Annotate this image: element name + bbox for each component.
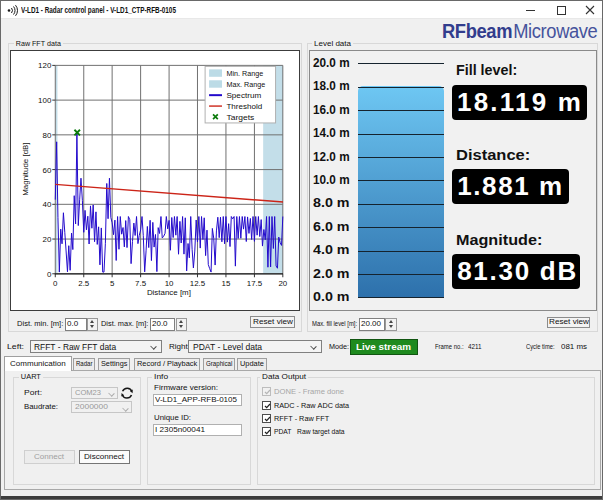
svg-text:Spectrum: Spectrum <box>226 91 261 100</box>
svg-text:100: 100 <box>38 96 52 105</box>
svg-text:Max. Range: Max. Range <box>226 80 265 89</box>
svg-text:7.5: 7.5 <box>135 279 147 288</box>
svg-text:15: 15 <box>222 279 231 288</box>
svg-text:10: 10 <box>165 279 174 288</box>
svg-text:20: 20 <box>42 235 51 244</box>
svg-text:60: 60 <box>42 166 51 175</box>
svg-text:20: 20 <box>278 279 287 288</box>
svg-text:Distance [m]: Distance [m] <box>147 288 191 297</box>
svg-text:Magnitude [dB]: Magnitude [dB] <box>21 142 30 195</box>
svg-text:0: 0 <box>47 270 52 279</box>
svg-text:Min. Range: Min. Range <box>226 69 263 78</box>
svg-text:80: 80 <box>42 131 51 140</box>
svg-text:Targets: Targets <box>226 113 254 122</box>
svg-text:120: 120 <box>38 61 52 70</box>
svg-text:5: 5 <box>110 279 115 288</box>
svg-text:12.5: 12.5 <box>190 279 206 288</box>
svg-text:Threshold: Threshold <box>226 102 262 111</box>
svg-text:40: 40 <box>42 200 51 209</box>
svg-text:17.5: 17.5 <box>247 279 263 288</box>
svg-text:2.5: 2.5 <box>78 279 90 288</box>
svg-text:0: 0 <box>53 279 58 288</box>
